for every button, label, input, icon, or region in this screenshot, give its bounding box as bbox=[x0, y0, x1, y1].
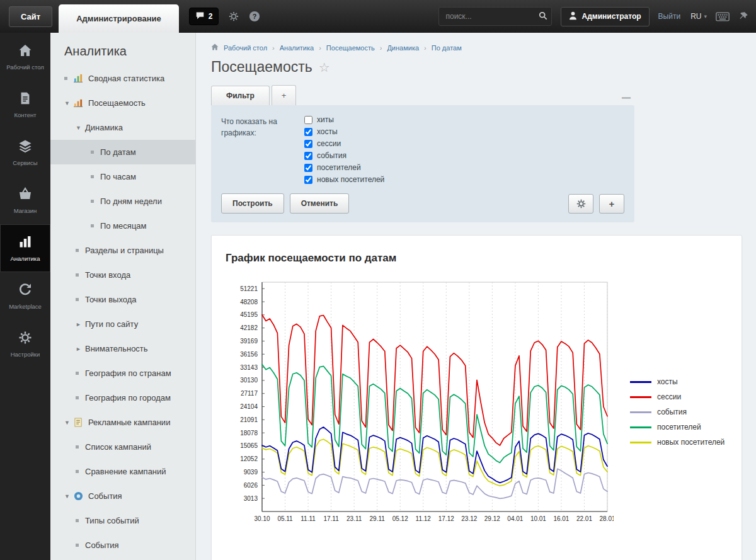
breadcrumb-link[interactable]: По датам bbox=[432, 44, 462, 52]
collapse-filter-button[interactable]: — bbox=[618, 93, 634, 105]
svg-text:45195: 45195 bbox=[240, 311, 258, 318]
build-button[interactable]: Построить bbox=[221, 193, 284, 214]
svg-text:6026: 6026 bbox=[244, 482, 258, 489]
help-icon[interactable]: ? bbox=[249, 11, 260, 22]
svg-text:24104: 24104 bbox=[240, 403, 258, 410]
rail-item-label: Сервисы bbox=[10, 159, 40, 166]
breadcrumb-separator: › bbox=[272, 44, 275, 52]
settings-gear-icon[interactable] bbox=[228, 11, 239, 22]
sidebar-menu: Сводная статистика▼Посещаемость▼Динамика… bbox=[50, 66, 195, 557]
sidebar-item-by-weekdays[interactable]: По дням недели bbox=[50, 189, 195, 214]
checkbox-list: хитыхостысессиисобытияпосетителейновых п… bbox=[304, 115, 384, 184]
search-input[interactable] bbox=[438, 7, 552, 26]
keyboard-icon[interactable] bbox=[716, 12, 730, 21]
sidebar-item-by-hours[interactable]: По часам bbox=[50, 164, 195, 189]
chevron-down-icon[interactable]: ▼ bbox=[76, 125, 85, 131]
checkbox-события[interactable] bbox=[304, 152, 312, 160]
pin-icon[interactable] bbox=[738, 11, 748, 21]
rail-item-desktop[interactable]: Рабочий стол bbox=[0, 33, 50, 81]
svg-text:30130: 30130 bbox=[240, 377, 258, 384]
sidebar-item-events[interactable]: ▼События bbox=[50, 484, 195, 508]
svg-text:36156: 36156 bbox=[240, 351, 258, 358]
sidebar-item-campaign-list[interactable]: Список кампаний bbox=[50, 435, 195, 459]
svg-text:28.01: 28.01 bbox=[599, 515, 614, 522]
sidebar-item-events-list[interactable]: События bbox=[50, 533, 195, 557]
settings-icon bbox=[18, 330, 33, 347]
tab-filter[interactable]: Фильтр bbox=[211, 86, 270, 105]
user-button[interactable]: Администратор bbox=[561, 7, 649, 26]
rail-item-content[interactable]: Контент bbox=[0, 81, 50, 129]
checkbox-хосты[interactable] bbox=[304, 128, 312, 136]
sidebar-item-entry-points[interactable]: Точки входа bbox=[50, 263, 195, 287]
bullet-icon bbox=[76, 544, 79, 547]
sidebar-item-label: По месяцам bbox=[100, 221, 147, 231]
chevron-down-icon[interactable]: ▼ bbox=[64, 100, 74, 106]
search-icon[interactable] bbox=[539, 11, 547, 22]
bullet-icon bbox=[76, 470, 79, 473]
checkbox-хиты[interactable] bbox=[304, 116, 312, 124]
language-selector[interactable]: RU ▾ bbox=[690, 12, 707, 21]
sidebar-item-geo-countries[interactable]: География по странам bbox=[50, 361, 195, 386]
sidebar-item-by-dates[interactable]: По датам bbox=[50, 140, 195, 164]
sidebar-item-campaign-compare[interactable]: Сравнение кампаний bbox=[50, 459, 195, 484]
add-filter-tab-button[interactable]: + bbox=[272, 85, 297, 105]
sidebar-item-by-months[interactable]: По месяцам bbox=[50, 214, 195, 238]
checkbox-посетителей[interactable] bbox=[304, 164, 312, 172]
sidebar-item-geo-cities[interactable]: География по городам bbox=[50, 386, 195, 410]
notifications-button[interactable]: 2 bbox=[189, 8, 219, 25]
sidebar-item-label: Сводная статистика bbox=[88, 74, 164, 83]
sidebar-item-summary-stats[interactable]: Сводная статистика bbox=[50, 66, 195, 91]
checkbox-row: посетителей bbox=[304, 163, 384, 172]
analytics-icon bbox=[18, 234, 33, 251]
notification-count: 2 bbox=[209, 12, 213, 21]
bullet-icon bbox=[64, 77, 67, 80]
site-button[interactable]: Сайт bbox=[9, 6, 52, 27]
checkbox-row: события bbox=[304, 151, 384, 160]
legend-swatch bbox=[630, 442, 651, 443]
sidebar-item-attention[interactable]: ►Внимательность bbox=[50, 336, 195, 361]
checkbox-новых-посетителей[interactable] bbox=[304, 176, 312, 184]
logout-link[interactable]: Выйти bbox=[658, 12, 681, 21]
content-icon bbox=[18, 91, 32, 108]
sidebar-item-site-paths[interactable]: ►Пути по сайту bbox=[50, 312, 195, 336]
sidebar-item-label: По датам bbox=[100, 147, 136, 157]
sidebar-item-dynamics[interactable]: ▼Динамика bbox=[50, 115, 195, 140]
sidebar-item-exit-points[interactable]: Точки выхода bbox=[50, 287, 195, 312]
sidebar-item-ad-campaigns[interactable]: ▼Рекламные кампании bbox=[50, 410, 195, 435]
rail-item-marketplace[interactable]: Marketplace bbox=[0, 272, 50, 320]
breadcrumb-link[interactable]: Динамика bbox=[387, 44, 419, 52]
home-icon[interactable] bbox=[211, 43, 219, 52]
administration-tab[interactable]: Администрирование bbox=[59, 4, 179, 33]
sidebar-item-label: География по странам bbox=[85, 369, 171, 378]
rail-item-analytics[interactable]: Аналитика bbox=[0, 224, 50, 272]
sidebar-item-sections-pages[interactable]: Разделы и страницы bbox=[50, 238, 195, 263]
breadcrumb-link[interactable]: Аналитика bbox=[280, 44, 314, 52]
chevron-down-icon[interactable]: ▼ bbox=[64, 493, 74, 500]
chart-icon bbox=[74, 98, 83, 108]
bullet-icon bbox=[76, 273, 79, 277]
filter-add-button[interactable]: + bbox=[599, 194, 624, 214]
rail-item-services[interactable]: Сервисы bbox=[0, 129, 50, 176]
filter-settings-button[interactable] bbox=[568, 194, 593, 214]
cancel-button[interactable]: Отменить bbox=[290, 193, 350, 214]
breadcrumb-link[interactable]: Рабочий стол bbox=[224, 44, 267, 52]
chevron-right-icon[interactable]: ► bbox=[76, 346, 85, 352]
checkbox-row: сессии bbox=[304, 139, 384, 148]
checkbox-label: посетителей bbox=[317, 163, 361, 172]
sidebar-item-event-types[interactable]: Типы событий bbox=[50, 508, 195, 533]
chevron-down-icon[interactable]: ▼ bbox=[64, 420, 74, 426]
checkbox-row: новых посетителей bbox=[304, 175, 384, 184]
rail-item-shop[interactable]: Магазин bbox=[0, 176, 50, 224]
svg-text:15065: 15065 bbox=[240, 442, 258, 449]
checkbox-сессии[interactable] bbox=[304, 140, 312, 148]
sidebar-item-attendance[interactable]: ▼Посещаемость bbox=[50, 91, 195, 115]
legend-item: события bbox=[630, 408, 724, 416]
rail-item-label: Магазин bbox=[11, 207, 40, 214]
favorite-star-icon[interactable]: ☆ bbox=[319, 60, 330, 75]
rail-item-settings[interactable]: Настройки bbox=[0, 320, 50, 368]
sidebar-item-label: Рекламные кампании bbox=[88, 418, 170, 427]
legend-label: новых посетителей bbox=[657, 438, 724, 447]
svg-text:05.12: 05.12 bbox=[392, 515, 408, 522]
breadcrumb-link[interactable]: Посещаемость bbox=[326, 44, 375, 52]
chevron-right-icon[interactable]: ► bbox=[76, 321, 85, 328]
